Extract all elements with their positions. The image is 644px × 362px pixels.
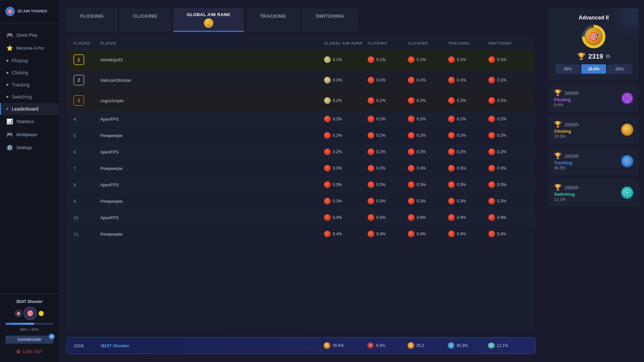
player-name: ValorantShooter	[100, 78, 324, 83]
flicking-cell: 0.2%	[368, 148, 408, 155]
global-cell: 0.4%	[324, 214, 368, 221]
clicking-cell: 0.2%	[408, 116, 448, 122]
switching-cell: 0.3%	[488, 198, 529, 204]
table-body: 1 AimNinja33 0.1% 0.1% 0.1% 0.1% 0.1%	[67, 50, 535, 332]
rank-seg-left[interactable]: 40%	[555, 64, 580, 74]
col-clicking: CLICKING	[408, 41, 448, 45]
rank-inner: 🎯	[585, 27, 603, 46]
flicking-cell: 0.3%	[368, 198, 408, 204]
flicking-cell: 0.1%	[368, 56, 408, 63]
flicking-trophy: 🏆	[554, 89, 561, 96]
switching-pct: 12.1%	[554, 197, 617, 202]
dashboard-badge: 99	[49, 334, 55, 340]
place-number: 10.	[73, 215, 79, 220]
tracking-cell: 0.3%	[448, 181, 488, 188]
place-number: 4.	[73, 117, 77, 122]
table-header: PLACED PLAYER GLOBAL AIM RANK FLICKING C…	[67, 37, 535, 50]
multiplayer-label: Multiplayer	[16, 132, 38, 137]
clicking-cell: 0.2%	[408, 97, 448, 104]
flicking-cell: 0.3%	[368, 165, 408, 172]
col-flicking: FLICKING	[368, 41, 408, 45]
switching-dot	[6, 96, 8, 98]
clicking-dot	[6, 72, 8, 74]
col-placed: PLACED	[73, 41, 100, 45]
player-name: Pewpewpie	[100, 199, 324, 204]
tracking-name: Tracking	[554, 160, 572, 165]
user-switching: 12.1%	[488, 342, 528, 349]
become-pro-icon: ⭐	[6, 45, 13, 51]
place-badge-silver: 2	[73, 75, 84, 85]
rank-emblem: 🎯	[582, 25, 605, 48]
player-name: ApexFPS	[100, 149, 324, 155]
sidebar-item-settings[interactable]: ⚙️ Settings	[0, 141, 59, 154]
sidebar-item-become-pro[interactable]: ⭐ Become A Pro	[0, 42, 59, 55]
flicking-cell: 0.2%	[368, 97, 408, 104]
col-global-aim-rank: GLOBAL AIM RANK	[324, 41, 368, 45]
skill-card-flicking: 🏆 2800th Flicking 9.4%	[549, 84, 639, 112]
place-cell: 7.	[73, 166, 100, 171]
sidebar-item-statistics[interactable]: 📊 Statistics	[0, 115, 59, 128]
tracking-trophy: 🏆	[554, 153, 561, 159]
tracking-cell: 0.2%	[448, 132, 488, 139]
user-avatars: 🎯 🎯 🪙	[15, 307, 44, 320]
flicking-cell: 0.3%	[368, 181, 408, 188]
sidebar-item-switching[interactable]: Switching	[0, 91, 59, 103]
tracking-cell: 0.2%	[448, 97, 488, 104]
logout-button[interactable]: ⏻ LOG OUT	[5, 346, 53, 357]
rank-seg-active[interactable]: 28.6%	[581, 64, 606, 74]
svg-point-8	[627, 129, 628, 130]
player-name: AimNinja33	[100, 57, 324, 62]
tab-flicking[interactable]: FLICKING	[67, 8, 117, 32]
right-panel: Advanced II 🎯 🏆 2319 th 40% 28.6% 25% 🏆	[543, 0, 644, 362]
user-tracking: 40.3%	[448, 342, 488, 349]
clicking-cell: 0.3%	[408, 181, 448, 188]
table-row: 9. Pewpewpie 0.3% 0.3% 0.3% 0.3% 0.3%	[67, 193, 535, 209]
player-name: ApexFPS	[100, 117, 324, 122]
sidebar-item-tracking[interactable]: Tracking	[0, 79, 59, 91]
player-name: Pewpewpie	[100, 232, 324, 237]
tabs-row: FLICKING CLICKING GLOBAL AIM RANK 🏆 TRAC…	[67, 8, 535, 32]
flicking-cell: 0.2%	[368, 116, 408, 122]
global-cell: 0.1%	[324, 77, 368, 83]
rank-seg-right[interactable]: 25%	[607, 64, 632, 74]
user-global: 28.6%	[324, 342, 367, 349]
tracking-cell: 0.3%	[448, 198, 488, 204]
sidebar-item-leaderboard[interactable]: Leaderboard	[0, 103, 59, 115]
place-number: 9.	[73, 199, 77, 204]
tracking-cell: 0.3%	[448, 165, 488, 172]
global-cell: 0.2%	[324, 132, 368, 139]
switching-cell: 0.1%	[488, 56, 529, 63]
flicking-cell: 0.4%	[368, 214, 408, 221]
flicking-cell: 0.4%	[368, 231, 408, 237]
switching-cell: 0.3%	[488, 181, 529, 188]
switching-cell: 0.1%	[488, 77, 529, 83]
coin-icon: 🪙	[38, 311, 44, 316]
tab-clicking[interactable]: CLICKING	[120, 8, 171, 32]
global-rank-icon: 🏆	[204, 18, 213, 28]
tab-tracking[interactable]: TRACKING	[247, 8, 300, 32]
table-row: 11. Pewpewpie 0.4% 0.4% 0.4% 0.4% 0.4%	[67, 226, 535, 242]
sidebar-item-flicking[interactable]: Flicking	[0, 55, 59, 67]
switching-rank-icon	[621, 187, 633, 199]
leaderboard-dot	[6, 108, 8, 110]
dashboard-button[interactable]: DASHBOARD	[5, 336, 53, 344]
rank-pos-number: 2319	[588, 53, 603, 60]
sidebar-item-multiplayer[interactable]: 🎮 Multiplayer	[0, 128, 59, 141]
skill-switching-info: 🏆 2800th Switching 12.1%	[554, 184, 617, 202]
switching-cell: 0.2%	[488, 97, 529, 104]
sidebar-item-quickplay[interactable]: 🎮 Quick Play	[0, 28, 59, 42]
logo-icon: 🎯	[5, 7, 15, 16]
quickplay-label: Quick Play	[16, 33, 37, 38]
place-number: 7.	[73, 166, 77, 171]
table-row: 7. Pewpewpie 0.3% 0.3% 0.3% 0.3% 0.3%	[67, 160, 535, 177]
clicking-cell: 0.2%	[408, 132, 448, 139]
sidebar-item-clicking[interactable]: Clicking	[0, 67, 59, 79]
tracking-dot	[6, 84, 8, 86]
clicking-cell: 0.1%	[408, 77, 448, 83]
clicking-cell: 0.3%	[408, 165, 448, 172]
tab-global-aim-rank[interactable]: GLOBAL AIM RANK 🏆	[173, 8, 244, 32]
clicking-cell: 0.2%	[408, 148, 448, 155]
user-row: 2319. 3DAT Shooter 28.6% 9.4% 20.2 40.3%…	[67, 337, 535, 354]
tab-switching[interactable]: SWITCHING	[302, 8, 358, 32]
tracking-pct: 40.3%	[554, 166, 617, 170]
